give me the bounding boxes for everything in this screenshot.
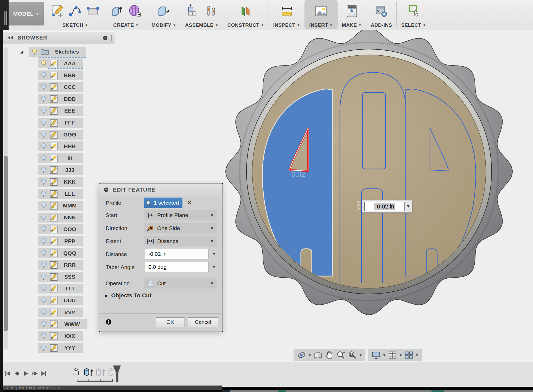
visibility-bulb-icon-on[interactable] (32, 48, 37, 55)
tree-item-label[interactable]: Sketches (49, 49, 86, 55)
toolbar-group-label[interactable]: MODIFY▼ (151, 21, 176, 29)
visibility-bulb-icon-off[interactable] (41, 238, 46, 245)
tree-item-label[interactable]: BBB (58, 72, 83, 79)
visibility-bulb-icon-off[interactable] (41, 167, 46, 174)
toolbar-group-label[interactable]: INSPECT▼ (273, 21, 300, 29)
chevron-down-icon[interactable]: ▼ (383, 353, 386, 357)
operation-dropdown[interactable]: Cut ▼ (144, 278, 217, 289)
visibility-bulb-icon-off[interactable] (41, 285, 46, 292)
tree-item-sketch-ppp[interactable]: PPP (38, 236, 83, 246)
toolbar-group-sketch[interactable]: SKETCH▼ (46, 0, 105, 29)
visibility-bulb-icon-off[interactable] (41, 273, 46, 280)
tree-item-sketch-ddd[interactable]: DDD (38, 94, 83, 104)
visibility-bulb-icon-off[interactable] (41, 214, 46, 221)
chevron-down-icon[interactable]: ▼ (212, 265, 216, 269)
tree-item-label[interactable]: LLL (58, 191, 83, 197)
profile-selection-button[interactable]: 1 selected (144, 198, 182, 208)
play-button[interactable] (22, 370, 29, 377)
visibility-bulb-icon-off[interactable] (41, 179, 46, 186)
tree-item-label[interactable]: SSS (58, 274, 83, 280)
direction-dropdown[interactable]: One Side ▼ (144, 223, 217, 233)
insert-image-icon[interactable] (313, 4, 328, 19)
tree-item-sketch-aaa[interactable]: AAA (38, 58, 83, 68)
visibility-bulb-icon-off[interactable] (41, 321, 46, 328)
chevron-down-icon[interactable]: ▼ (399, 353, 402, 357)
start-dropdown[interactable]: Profile Plane ▼ (144, 210, 217, 220)
tree-item-sketch-iii[interactable]: III (38, 153, 83, 163)
visibility-bulb-icon-off[interactable] (41, 119, 46, 126)
timeline-base-feature[interactable] (72, 368, 80, 376)
timeline-playhead[interactable] (113, 365, 121, 382)
tree-item-sketch-jjj[interactable]: JJJ (38, 165, 83, 175)
distance-inline-field[interactable]: -0.02 in (364, 202, 405, 211)
fit-icon[interactable] (348, 350, 357, 360)
chevron-down-icon[interactable]: ▼ (415, 353, 419, 357)
extrude-icon[interactable] (110, 4, 125, 19)
chevron-down-icon[interactable]: ▼ (406, 204, 410, 209)
toolbar-group-create[interactable]: CREATE▼ (105, 0, 147, 29)
visibility-bulb-icon-off[interactable] (41, 297, 46, 304)
step-back-button[interactable] (13, 370, 20, 377)
browser-scrollbar-thumb[interactable] (4, 156, 8, 331)
collapse-panel-icon[interactable] (7, 36, 14, 40)
tree-item-sketch-nnn[interactable]: NNN (38, 213, 83, 223)
tree-item-label[interactable]: FFF (58, 120, 83, 126)
visibility-bulb-icon-off[interactable] (41, 143, 46, 150)
tree-item-label[interactable]: MMM (58, 202, 83, 209)
extent-dropdown[interactable]: Distance ▼ (144, 236, 217, 246)
tree-item-sketch-www[interactable]: WWW (38, 319, 87, 329)
tree-item-label[interactable]: CCC (58, 84, 83, 90)
tree-item-sketch-eee[interactable]: EEE (38, 106, 83, 116)
tree-item-sketch-qqq[interactable]: QQQ (38, 248, 83, 258)
minus-circle-icon[interactable] (103, 35, 108, 41)
distance-inline-value[interactable]: -0.02 in (374, 203, 395, 210)
tree-item-sketch-lll[interactable]: LLL (38, 189, 83, 199)
toolbar-group-label[interactable]: INSERT▼ (309, 21, 333, 29)
tree-item-sketch-xxx[interactable]: XXX (38, 331, 83, 341)
tree-item-sketch-uuu[interactable]: UUU (38, 296, 83, 305)
tree-item-label[interactable]: OOO (58, 226, 83, 232)
look-at-icon[interactable] (313, 350, 323, 360)
orbit-icon[interactable] (297, 350, 306, 360)
display-settings-icon[interactable] (371, 350, 381, 360)
visibility-bulb-icon-off[interactable] (41, 107, 46, 114)
chevron-down-icon[interactable]: ▼ (212, 252, 216, 256)
tree-item-sketch-kkk[interactable]: KKK (38, 177, 83, 187)
press-pull-icon[interactable] (156, 4, 171, 19)
tree-item-sketch-ggg[interactable]: GGG (38, 130, 83, 140)
tree-item-label[interactable]: PPP (58, 238, 83, 244)
visibility-bulb-icon-off[interactable] (41, 96, 46, 103)
pan-icon[interactable] (325, 350, 334, 360)
zoom-icon[interactable] (336, 350, 346, 360)
visibility-bulb-icon-off[interactable] (41, 72, 46, 79)
objects-to-cut-expander[interactable]: ▶ Objects To Cut (105, 292, 151, 299)
timeline-extrude-feature[interactable] (95, 368, 103, 376)
tree-expand-icon[interactable] (20, 50, 24, 54)
tree-item-label[interactable]: UUU (58, 297, 83, 304)
toolbar-group-inspect[interactable]: INSPECT▼ (269, 0, 304, 29)
tree-item-label[interactable]: GGG (58, 132, 83, 138)
toolbar-group-select[interactable]: SELECT▼ (397, 0, 430, 29)
panel-grip-icon[interactable] (111, 35, 113, 41)
visibility-bulb-icon-off[interactable] (41, 131, 46, 138)
visibility-bulb-icon-off[interactable] (41, 309, 46, 316)
chevron-down-icon[interactable]: ▼ (359, 353, 362, 357)
tree-item-sketch-ooo[interactable]: OOO (38, 224, 83, 234)
dialog-header[interactable]: EDIT FEATURE (99, 184, 222, 196)
tree-item-label[interactable]: EEE (58, 108, 83, 114)
toolbar-group-make[interactable]: MAKE▼ (338, 0, 366, 29)
tree-item-sketch-mmm[interactable]: MMM (38, 201, 83, 211)
toolbar-group-modify[interactable]: MODIFY▼ (147, 0, 181, 29)
taper-angle-input[interactable]: 0.0 deg (145, 262, 208, 272)
toolbar-group-label[interactable]: ADD-INS (371, 21, 392, 29)
toolbar-group-label[interactable]: SELECT▼ (401, 21, 426, 29)
distance-inline-editor[interactable]: -0.02 in ▼ (362, 200, 412, 213)
go-to-end-button[interactable] (41, 370, 47, 377)
tree-item-sketch-vvv[interactable]: VVV (38, 308, 83, 317)
construction-plane-icon[interactable] (238, 4, 253, 19)
sketch-create-icon[interactable] (50, 4, 65, 19)
ok-button[interactable]: OK (156, 317, 185, 327)
visibility-bulb-icon-off[interactable] (41, 250, 46, 257)
chevron-down-icon[interactable]: ▼ (308, 353, 312, 357)
joint-icon[interactable] (203, 4, 218, 19)
